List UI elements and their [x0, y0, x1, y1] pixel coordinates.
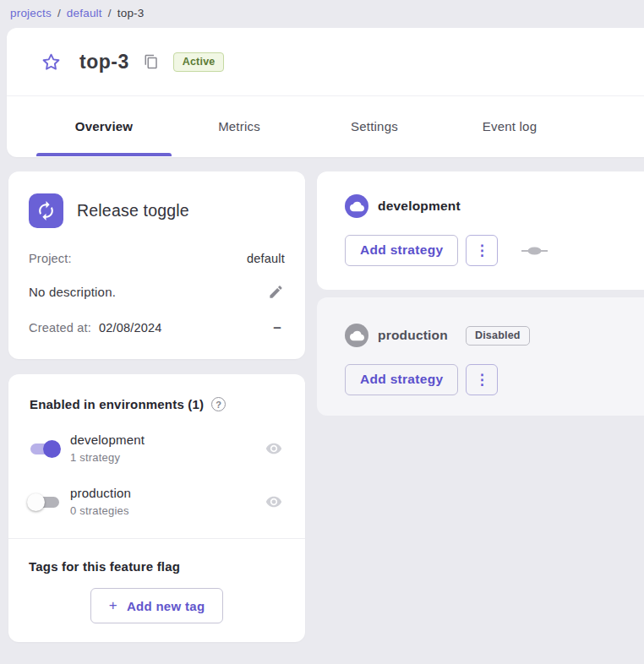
created-row: Created at: 02/08/2024 –	[29, 321, 285, 335]
help-icon[interactable]: ?	[211, 397, 226, 411]
production-toggle[interactable]	[25, 491, 64, 514]
environment-name: production	[70, 486, 131, 501]
eye-icon	[265, 493, 282, 510]
add-tag-label: Add new tag	[127, 599, 205, 613]
environment-row-production: production 0 strategies	[25, 486, 287, 518]
plus-icon: +	[109, 597, 117, 614]
add-strategy-button[interactable]: Add strategy	[345, 364, 458, 395]
active-tab-underline	[36, 153, 172, 156]
copy-name-button[interactable]	[144, 53, 161, 70]
eye-icon	[265, 440, 282, 457]
tab-metrics[interactable]: Metrics	[172, 96, 307, 156]
title-row: top-3 Active	[7, 28, 644, 96]
environment-name: development	[70, 433, 145, 448]
copy-icon	[144, 54, 159, 69]
tab-settings[interactable]: Settings	[307, 96, 442, 156]
created-label: Created at:	[29, 321, 91, 335]
pencil-icon	[268, 284, 284, 300]
feature-type-header: Release toggle	[29, 193, 285, 228]
page-title: top-3	[79, 51, 129, 73]
breadcrumb-separator: /	[102, 7, 117, 19]
favorite-button[interactable]	[41, 52, 61, 72]
feature-type-label: Release toggle	[77, 201, 189, 220]
edit-description-button[interactable]	[266, 282, 285, 301]
breadcrumb-link-default[interactable]: default	[67, 7, 102, 19]
cloud-icon	[350, 329, 364, 343]
disabled-badge: Disabled	[466, 326, 530, 346]
breadcrumb-current: top-3	[117, 7, 145, 19]
tab-label: Event log	[483, 119, 537, 133]
overview-left-column: Release toggle Project: default No descr…	[8, 171, 305, 642]
overview-right-column: development Add strategy ⋮ production Di…	[317, 171, 644, 416]
feature-header-card: top-3 Active Overview Metrics Settings E…	[7, 28, 644, 157]
description-text: No description.	[29, 285, 116, 299]
created-value: 02/08/2024	[99, 321, 162, 335]
project-row: Project: default	[29, 252, 285, 265]
status-badge: Active	[173, 52, 225, 72]
environment-strategy-count: 1 strategy	[70, 450, 145, 465]
kebab-icon: ⋮	[475, 243, 489, 258]
environments-heading: Enabled in environments (1)	[30, 397, 204, 411]
breadcrumb-separator: /	[52, 7, 67, 19]
development-toggle[interactable]	[25, 438, 64, 460]
environment-menu-button[interactable]: ⋮	[466, 235, 498, 266]
environment-cloud-badge	[345, 194, 368, 218]
tab-overview[interactable]: Overview	[36, 96, 172, 156]
environment-menu-button[interactable]: ⋮	[466, 364, 498, 395]
description-row: No description.	[29, 282, 285, 301]
tab-event-log[interactable]: Event log	[442, 96, 577, 156]
star-icon	[41, 52, 61, 72]
breadcrumb: projects / default / top-3	[0, 0, 644, 25]
side-panel-card: Enabled in environments (1) ? developmen…	[8, 374, 305, 642]
strategy-connector-icon	[521, 247, 548, 255]
preview-environment-button[interactable]	[265, 439, 283, 458]
project-label: Project:	[29, 252, 72, 265]
environment-cloud-badge	[345, 324, 368, 347]
collapse-button[interactable]: –	[270, 322, 285, 334]
tab-bar: Overview Metrics Settings Event log	[7, 96, 644, 156]
created-group: Created at: 02/08/2024	[29, 321, 162, 335]
environments-section: Enabled in environments (1) ? developmen…	[8, 374, 305, 538]
feature-type-card: Release toggle Project: default No descr…	[8, 171, 305, 359]
add-new-tag-button[interactable]: + Add new tag	[90, 588, 224, 623]
environment-card-name: production	[378, 328, 448, 343]
environment-row-development: development 1 strategy	[25, 433, 287, 465]
release-toggle-icon	[29, 193, 63, 228]
tags-section: Tags for this feature flag + Add new tag	[8, 539, 305, 642]
environment-card-development: development Add strategy ⋮	[317, 171, 644, 290]
environment-card-production: production Disabled Add strategy ⋮	[317, 297, 644, 416]
tags-heading: Tags for this feature flag	[29, 559, 285, 574]
toggle-thumb	[43, 440, 61, 458]
environment-strategy-count: 0 strategies	[70, 503, 131, 518]
toggle-thumb	[27, 493, 45, 511]
project-value: default	[247, 252, 285, 265]
breadcrumb-link-projects[interactable]: projects	[10, 7, 52, 19]
add-strategy-button[interactable]: Add strategy	[345, 235, 458, 266]
kebab-icon: ⋮	[475, 373, 489, 387]
tab-label: Overview	[75, 119, 133, 133]
cloud-icon	[350, 199, 364, 214]
preview-environment-button[interactable]	[265, 493, 283, 511]
tab-label: Metrics	[218, 119, 260, 133]
environment-card-name: development	[378, 199, 461, 214]
tab-label: Settings	[351, 119, 398, 133]
